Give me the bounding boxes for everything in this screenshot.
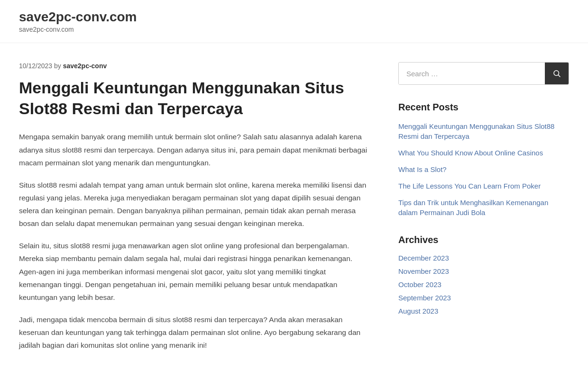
archive-link-3[interactable]: October 2023	[398, 280, 441, 289]
svg-line-1	[558, 75, 560, 77]
post-paragraph-3: Selain itu, situs slot88 resmi juga mena…	[19, 239, 370, 304]
post-paragraph-2: Situs slot88 resmi adalah tempat yang am…	[19, 179, 370, 230]
main-container: 10/12/2023 by save2pc-conv Menggali Keun…	[0, 43, 588, 379]
list-item: The Life Lessons You Can Learn From Poke…	[398, 181, 569, 191]
archives-section: Archives December 2023 November 2023 Oct…	[398, 235, 569, 316]
post-meta: 10/12/2023 by save2pc-conv	[19, 62, 370, 70]
sidebar: Recent Posts Menggali Keuntungan Menggun…	[398, 62, 569, 361]
recent-post-link-4[interactable]: The Life Lessons You Can Learn From Poke…	[398, 182, 541, 190]
archives-title: Archives	[398, 235, 569, 245]
site-header: save2pc-conv.com save2pc-conv.com	[0, 0, 588, 43]
recent-posts-list: Menggali Keuntungan Menggunakan Situs Sl…	[398, 121, 569, 217]
recent-posts-title: Recent Posts	[398, 102, 569, 113]
recent-posts-section: Recent Posts Menggali Keuntungan Menggun…	[398, 102, 569, 217]
list-item: November 2023	[398, 267, 569, 276]
search-icon	[552, 69, 561, 78]
site-title[interactable]: save2pc-conv.com	[19, 9, 137, 24]
recent-post-link-5[interactable]: Tips dan Trik untuk Menghasilkan Kemenan…	[398, 199, 548, 217]
list-item: September 2023	[398, 294, 569, 302]
list-item: August 2023	[398, 307, 569, 316]
recent-post-link-2[interactable]: What You Should Know About Online Casino…	[398, 149, 543, 157]
archive-link-4[interactable]: September 2023	[398, 294, 451, 302]
list-item: Menggali Keuntungan Menggunakan Situs Sl…	[398, 121, 569, 141]
post-body: Mengapa semakin banyak orang memilih unt…	[19, 130, 370, 352]
site-tagline: save2pc-conv.com	[19, 26, 569, 33]
list-item: What Is a Slot?	[398, 164, 569, 174]
search-box	[398, 62, 569, 85]
svg-point-0	[554, 71, 559, 76]
archive-link-1[interactable]: December 2023	[398, 254, 449, 262]
post-paragraph-1: Mengapa semakin banyak orang memilih unt…	[19, 130, 370, 169]
archive-link-5[interactable]: August 2023	[398, 307, 438, 315]
post-by-label: by	[54, 62, 63, 70]
post-title: Menggali Keuntungan Menggunakan Situs Sl…	[19, 77, 370, 119]
post-date: 10/12/2023	[19, 62, 52, 70]
archive-link-2[interactable]: November 2023	[398, 267, 449, 275]
post-paragraph-4: Jadi, mengapa tidak mencoba bermain di s…	[19, 313, 370, 352]
recent-post-link-1[interactable]: Menggali Keuntungan Menggunakan Situs Sl…	[398, 122, 554, 140]
list-item: October 2023	[398, 280, 569, 289]
archives-list: December 2023 November 2023 October 2023…	[398, 254, 569, 316]
list-item: Tips dan Trik untuk Menghasilkan Kemenan…	[398, 198, 569, 217]
main-content: 10/12/2023 by save2pc-conv Menggali Keun…	[19, 62, 370, 361]
post-author: save2pc-conv	[63, 62, 107, 70]
search-button[interactable]	[545, 63, 569, 84]
recent-post-link-3[interactable]: What Is a Slot?	[398, 165, 447, 173]
list-item: December 2023	[398, 254, 569, 262]
search-input[interactable]	[399, 63, 545, 84]
list-item: What You Should Know About Online Casino…	[398, 148, 569, 158]
